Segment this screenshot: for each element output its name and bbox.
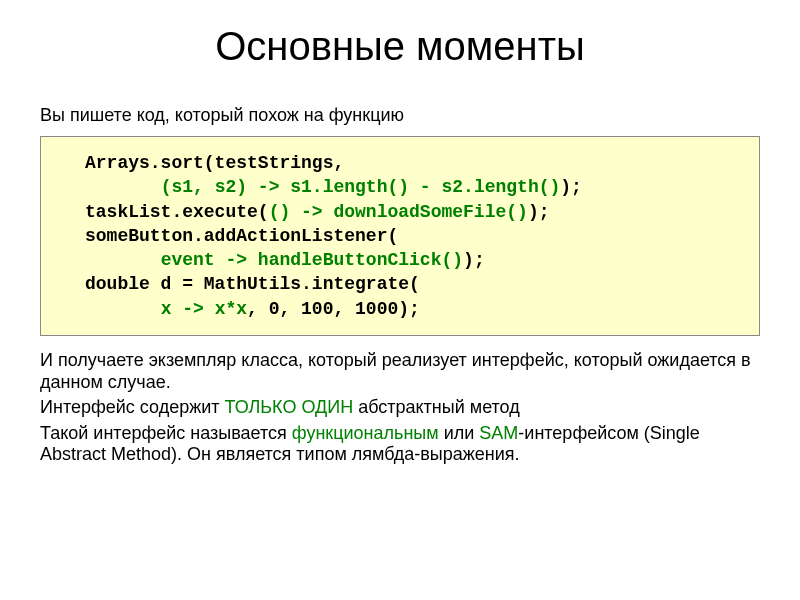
body-text: И получаете экземпляр класса, который ре… (40, 350, 760, 466)
code-l5-lambda: event -> handleButtonClick() (161, 250, 463, 270)
para-2b: абстрактный метод (353, 397, 520, 417)
code-l5-pad (85, 250, 161, 270)
code-l2-tail: ); (560, 177, 582, 197)
code-l3-lambda: () -> downloadSomeFile() (269, 202, 528, 222)
code-l2-lambda: (s1, s2) -> s1.length() - s2.length() (161, 177, 561, 197)
para-2-em: ТОЛЬКО ОДИН (225, 397, 354, 417)
para-2: Интерфейс содержит ТОЛЬКО ОДИН абстрактн… (40, 397, 760, 419)
para-1: И получаете экземпляр класса, который ре… (40, 350, 760, 393)
para-3b: или (439, 423, 480, 443)
code-l4: someButton.addActionListener( (85, 226, 398, 246)
lead-text: Вы пишете код, который похож на функцию (40, 105, 760, 126)
para-3-em1: функциональным (292, 423, 439, 443)
para-3a: Такой интерфейс называется (40, 423, 292, 443)
para-2a: Интерфейс содержит (40, 397, 225, 417)
code-l1: Arrays.sort(testStrings, (85, 153, 344, 173)
code-l7-lambda: x -> x*x (161, 299, 247, 319)
code-l3a: taskList.execute( (85, 202, 269, 222)
slide-title: Основные моменты (40, 24, 760, 69)
code-l5-tail: ); (463, 250, 485, 270)
code-l3-tail: ); (528, 202, 550, 222)
code-l7-tail: , 0, 100, 1000); (247, 299, 420, 319)
code-l7-pad (85, 299, 161, 319)
code-l2-pad (85, 177, 161, 197)
para-3-em2: SAM (479, 423, 518, 443)
code-block: Arrays.sort(testStrings, (s1, s2) -> s1.… (40, 136, 760, 336)
para-3: Такой интерфейс называется функциональны… (40, 423, 760, 466)
code-l6: double d = MathUtils.integrate( (85, 274, 420, 294)
